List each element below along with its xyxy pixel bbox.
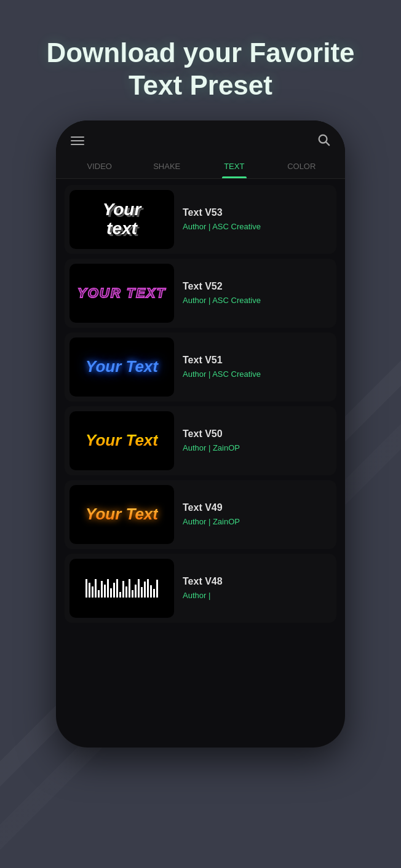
preset-author: Author | [183, 591, 332, 600]
preset-thumbnail-v52: YOUR TEXT [69, 264, 174, 323]
preset-author: Author | ASC Creative [183, 222, 332, 231]
preset-thumbnail-v48 [69, 559, 174, 618]
preset-info-v53: Text V53 Author | ASC Creative [183, 207, 332, 231]
tab-color[interactable]: COLOR [268, 156, 336, 178]
preset-thumbnail-v51: Your Text [69, 337, 174, 397]
preset-list: Yourtext Text V53 Author | ASC Creative … [56, 179, 345, 748]
preset-info-v50: Text V50 Author | ZainOP [183, 428, 332, 452]
list-item[interactable]: Text V48 Author | [65, 554, 336, 623]
phone-frame: VIDEO SHAKE TEXT COLOR Yourtext Text V53… [56, 120, 345, 748]
tab-shake[interactable]: SHAKE [133, 156, 201, 178]
preset-name: Text V48 [183, 576, 332, 587]
preset-thumbnail-v53: Yourtext [69, 190, 174, 249]
tab-bar: VIDEO SHAKE TEXT COLOR [56, 156, 345, 179]
list-item[interactable]: YOUR TEXT Text V52 Author | ASC Creative [65, 259, 336, 328]
preset-info-v48: Text V48 Author | [183, 576, 332, 600]
preset-info-v52: Text V52 Author | ASC Creative [183, 281, 332, 305]
preset-author: Author | ZainOP [183, 443, 332, 452]
preset-name: Text V53 [183, 207, 332, 218]
tab-text[interactable]: TEXT [200, 156, 268, 178]
preset-thumbnail-v50: Your Text [69, 411, 174, 470]
preset-name: Text V50 [183, 428, 332, 440]
search-button[interactable] [317, 133, 330, 149]
list-item[interactable]: Your Text Text V50 Author | ZainOP [65, 406, 336, 475]
menu-button[interactable] [71, 136, 84, 145]
barcode-graphic [85, 579, 158, 598]
preset-name: Text V51 [183, 355, 332, 366]
tab-video[interactable]: VIDEO [66, 156, 133, 178]
preset-info-v49: Text V49 Author | ZainOP [183, 502, 332, 526]
top-bar [56, 120, 345, 156]
preset-info-v51: Text V51 Author | ASC Creative [183, 355, 332, 379]
header: Download your Favorite Text Preset [46, 37, 354, 102]
preset-thumbnail-v49: Your Text [69, 485, 174, 544]
phone-screen: VIDEO SHAKE TEXT COLOR Yourtext Text V53… [56, 120, 345, 748]
svg-line-1 [326, 142, 329, 145]
list-item[interactable]: Your Text Text V49 Author | ZainOP [65, 480, 336, 549]
preset-author: Author | ASC Creative [183, 296, 332, 305]
preset-author: Author | ASC Creative [183, 369, 332, 379]
list-item[interactable]: Yourtext Text V53 Author | ASC Creative [65, 185, 336, 254]
header-title: Download your Favorite Text Preset [46, 37, 354, 102]
preset-author: Author | ZainOP [183, 517, 332, 526]
preset-name: Text V52 [183, 281, 332, 292]
list-item[interactable]: Your Text Text V51 Author | ASC Creative [65, 333, 336, 401]
preset-name: Text V49 [183, 502, 332, 513]
